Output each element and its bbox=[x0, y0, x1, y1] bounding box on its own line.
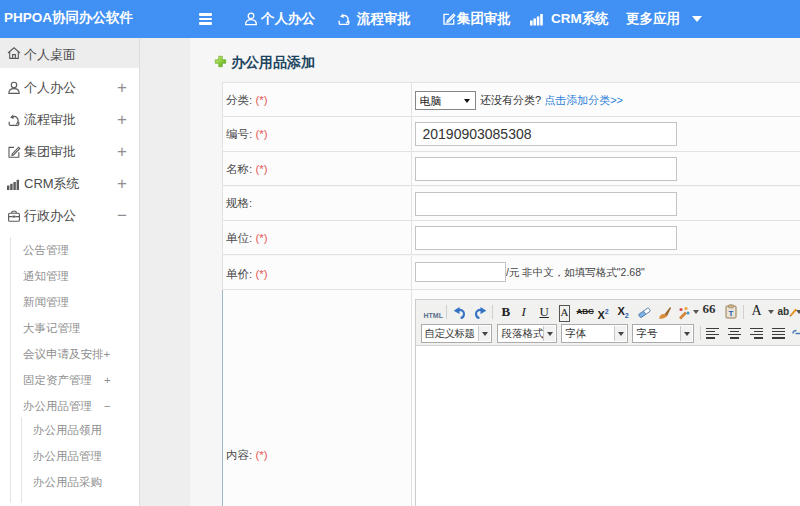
svg-text:T: T bbox=[728, 308, 733, 317]
